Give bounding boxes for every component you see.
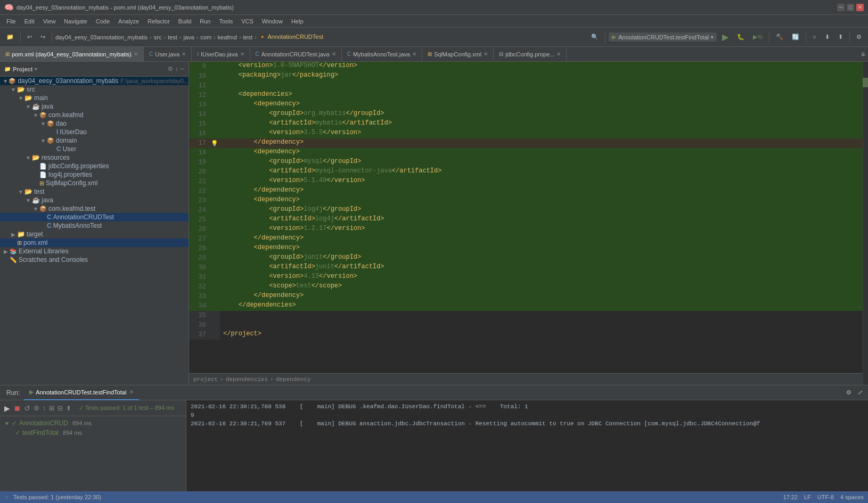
- tab-close-annotationcrud[interactable]: ✕: [332, 51, 336, 57]
- tree-main[interactable]: ▼ 📂 main: [0, 94, 189, 102]
- tab-close-user[interactable]: ✕: [182, 51, 186, 57]
- tree-pom-xml[interactable]: ⊞ pom.xml: [0, 238, 189, 247]
- minimize-button[interactable]: ─: [837, 4, 845, 11]
- editor[interactable]: 9 <version>1.0-SNAPSHOT</version> 10 <pa…: [189, 62, 868, 385]
- tree-log4j[interactable]: 📄 log4j.properties: [0, 170, 189, 179]
- toolbar-undo-btn[interactable]: ↩: [24, 31, 35, 43]
- tree-com-keafmd[interactable]: ▼ 📦 com.keafmd: [0, 111, 189, 119]
- folder-src-icon: 📂: [17, 86, 25, 93]
- sidebar-sync-btn[interactable]: ↕: [175, 65, 178, 72]
- git-button[interactable]: ⑂: [809, 32, 820, 43]
- run-collapse-btn[interactable]: ⊟: [58, 405, 63, 412]
- tab-close-run[interactable]: ✕: [129, 389, 134, 395]
- maximize-button[interactable]: □: [847, 4, 854, 11]
- tree-user[interactable]: C User: [0, 145, 189, 153]
- menu-build[interactable]: Build: [174, 17, 195, 26]
- sidebar-gear-btn[interactable]: ⚙: [168, 65, 173, 72]
- tree-java-main[interactable]: ▼ ☕ java: [0, 102, 189, 111]
- tree-test[interactable]: ▼ 📂 test: [0, 187, 189, 196]
- tab-close-mybatisanno[interactable]: ✕: [412, 51, 416, 57]
- menu-code[interactable]: Code: [92, 17, 114, 26]
- run-export-btn[interactable]: ⬆: [66, 405, 71, 412]
- tab-close-sqlmapconfig[interactable]: ✕: [484, 51, 488, 57]
- run-config-dropdown[interactable]: ▶ AnnotationCRUDTest.testFindTotal ▾: [609, 32, 717, 42]
- tree-sqlmapconfig[interactable]: ⊞ SqlMapConfig.xml: [0, 179, 189, 187]
- menu-view[interactable]: View: [39, 17, 60, 26]
- run-with-coverage-btn[interactable]: ▶%: [750, 31, 766, 43]
- tree-iuserdao[interactable]: I IUserDao: [0, 128, 189, 136]
- bottom-tab-run[interactable]: ▶ AnnotationCRUDTest.testFindTotal ✕: [24, 385, 139, 400]
- tab-annotationcrud[interactable]: C AnnotationCRUDTest.java ✕: [250, 47, 342, 62]
- menu-run[interactable]: Run: [195, 17, 215, 26]
- test-item-findfirst[interactable]: ✓ testFindTotal 894 ms: [4, 428, 182, 438]
- bottom-panel-settings[interactable]: ⚙: [843, 387, 855, 398]
- tree-resources[interactable]: ▼ 📂 resources: [0, 153, 189, 162]
- run-filter-btn[interactable]: ⚙: [34, 405, 39, 412]
- tree-external-libs[interactable]: ▶ 📚 External Libraries: [0, 247, 189, 255]
- tree-scratches[interactable]: ✏️ Scratches and Consoles: [0, 255, 189, 264]
- close-button[interactable]: ✕: [856, 4, 864, 11]
- tree-src[interactable]: ▼ 📂 src: [0, 85, 189, 94]
- tab-icon-mybatisanno: C: [347, 51, 351, 57]
- tree-annotationcrud[interactable]: C AnnotationCRUDTest: [0, 213, 189, 221]
- menu-refactor[interactable]: Refactor: [143, 17, 174, 26]
- run-stop-btn[interactable]: ⏹: [13, 404, 21, 413]
- nav-path7: test: [243, 34, 253, 40]
- menu-vcs[interactable]: VCS: [237, 17, 258, 26]
- sidebar-dropdown-icon[interactable]: ▾: [35, 66, 37, 72]
- menu-analyze[interactable]: Analyze: [114, 17, 143, 26]
- tab-mybatisanno[interactable]: C MybatisAnnoTest.java ✕: [342, 47, 422, 62]
- tree-java-test[interactable]: ▼ ☕ java: [0, 196, 189, 204]
- tab-jdbcconfig[interactable]: ⊟ jdbcConfig.prope... ✕: [494, 47, 567, 62]
- menu-file[interactable]: File: [2, 17, 20, 26]
- tab-iuserdao[interactable]: I IUserDao.java ✕: [192, 47, 250, 62]
- toolbar-open-btn[interactable]: 📁: [3, 31, 17, 43]
- tab-user-java[interactable]: C User.java ✕: [144, 47, 192, 62]
- run-sort-btn[interactable]: ↕: [43, 405, 46, 412]
- tab-icon-jdbcconfig: ⊟: [499, 51, 503, 57]
- tree-mybatisanno[interactable]: C MybatisAnnoTest: [0, 221, 189, 230]
- class-annotation-icon: C: [47, 213, 52, 221]
- tree-domain[interactable]: ▼ 📦 domain: [0, 136, 189, 145]
- menu-edit[interactable]: Edit: [20, 17, 39, 26]
- tree-dao[interactable]: ▼ 📦 dao: [0, 119, 189, 128]
- toolbar-redo-btn[interactable]: ↪: [37, 31, 48, 43]
- settings-button[interactable]: ⚙: [853, 31, 865, 43]
- toolbar-search-btn[interactable]: 🔍: [588, 31, 602, 43]
- code-line-30: 30 <artifactId>junit</artifactId>: [189, 263, 868, 273]
- code-line-29: 29 <groupId>junit</groupId>: [189, 253, 868, 263]
- editor-settings-btn[interactable]: ≡: [858, 48, 868, 60]
- tab-sqlmapconfig[interactable]: ⊞ SqlMapConfig.xml ✕: [422, 47, 494, 62]
- menu-window[interactable]: Window: [258, 17, 287, 26]
- scratches-icon: ✏️: [10, 257, 17, 263]
- tree-jdbcconfig[interactable]: 📄 jdbcConfig.properties: [0, 162, 189, 170]
- run-button[interactable]: ▶: [719, 30, 732, 44]
- menu-help[interactable]: Help: [287, 17, 308, 26]
- sidebar-close-btn[interactable]: ─: [180, 65, 184, 72]
- run-rerun-btn[interactable]: ↺: [24, 404, 30, 413]
- tab-pom-xml[interactable]: ⊞ pom.xml (day04_eesy_03annotation_mybat…: [0, 47, 144, 62]
- menu-tools[interactable]: Tools: [215, 17, 237, 26]
- tree-root[interactable]: ▼ 📦 day04_eesy_03annotation_mybatis F:\j…: [0, 77, 189, 85]
- main-area: 📁 Project ▾ ⚙ ↕ ─ ▼ 📦 day04_eesy_03annot…: [0, 62, 868, 385]
- folder-target-icon: 📁: [17, 230, 25, 238]
- code-text-13: <dependency>: [220, 100, 868, 110]
- sync-button[interactable]: 🔄: [789, 31, 803, 43]
- vcs-update-btn[interactable]: ⬇: [822, 31, 833, 43]
- folder-java-test-icon: ☕: [32, 196, 40, 204]
- tree-target[interactable]: ▶ 📁 target: [0, 230, 189, 238]
- bottom-panel-maximize[interactable]: ⤢: [855, 387, 866, 398]
- tree-com-keafmd-test[interactable]: ▼ 📦 com.keafmd.test: [0, 204, 189, 213]
- menu-navigate[interactable]: Navigate: [60, 17, 91, 26]
- tab-close-pom[interactable]: ✕: [134, 51, 138, 57]
- build-button[interactable]: 🔨: [773, 31, 787, 43]
- vcs-push-btn[interactable]: ⬆: [835, 31, 846, 43]
- code-text-12: <dependencies>: [220, 90, 868, 100]
- tab-close-iuserdao[interactable]: ✕: [240, 51, 244, 57]
- java-main-label: java: [42, 103, 53, 110]
- debug-button[interactable]: 🐛: [734, 31, 748, 43]
- run-again-btn[interactable]: ▶: [4, 404, 10, 413]
- test-item-annotationcrud[interactable]: ▼ ✓ AnnotationCRUD 894 ms: [4, 418, 182, 428]
- run-expand-btn[interactable]: ⊞: [49, 405, 54, 412]
- tab-close-jdbcconfig[interactable]: ✕: [556, 51, 561, 57]
